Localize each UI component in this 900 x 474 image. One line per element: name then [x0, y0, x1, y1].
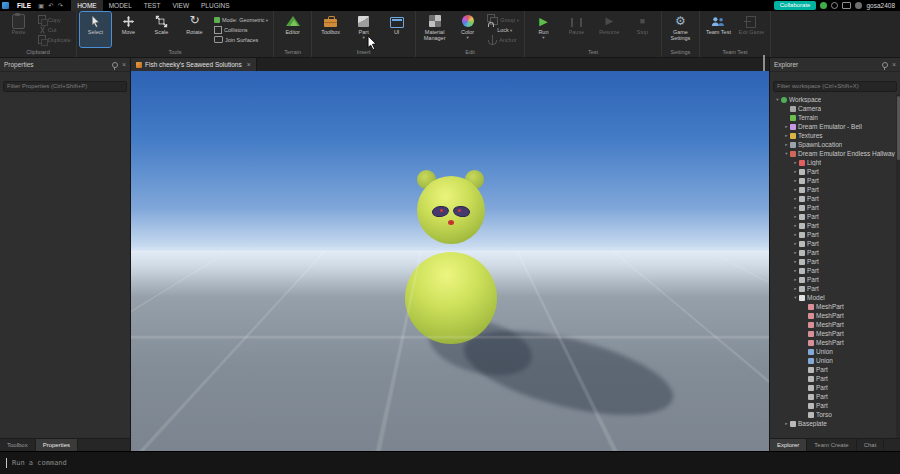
expand-arrow-icon[interactable]: ▸: [792, 241, 799, 246]
game-settings-button[interactable]: ⚙ Game Settings: [665, 12, 696, 47]
ribbon-tab[interactable]: PLUGINS: [195, 0, 236, 11]
move-tool-button[interactable]: Move: [113, 12, 144, 47]
expand-arrow-icon[interactable]: ▾: [774, 97, 781, 102]
duplicate-button[interactable]: Duplicate: [36, 35, 73, 44]
panel-tab[interactable]: Toolbox: [0, 439, 36, 451]
explorer-item[interactable]: ▸ Textures: [770, 131, 896, 140]
collaborate-button[interactable]: Collaborate: [774, 1, 817, 10]
expand-arrow-icon[interactable]: ▸: [792, 169, 799, 174]
explorer-item[interactable]: MeshPart: [770, 302, 896, 311]
explorer-item[interactable]: ▸ Part: [770, 203, 896, 212]
explorer-item[interactable]: ▸ Part: [770, 230, 896, 239]
team-test-button[interactable]: Team Test: [703, 12, 734, 47]
user-avatar[interactable]: [855, 2, 862, 9]
explorer-item[interactable]: Terrain: [770, 113, 896, 122]
explorer-item[interactable]: ▾ Dream Emulator Endless Hallway: [770, 149, 896, 158]
lock-button[interactable]: Lock: [485, 25, 521, 34]
explorer-item[interactable]: MeshPart: [770, 338, 896, 347]
explorer-item[interactable]: ▾ Model: [770, 293, 896, 302]
panel-tab[interactable]: Chat: [857, 439, 885, 451]
expand-arrow-icon[interactable]: ▸: [792, 232, 799, 237]
character-model[interactable]: [405, 170, 497, 346]
expand-arrow-icon[interactable]: ▸: [783, 124, 790, 129]
undo-icon[interactable]: ↶: [46, 0, 55, 11]
expand-arrow-icon[interactable]: ▾: [792, 295, 799, 300]
expand-arrow-icon[interactable]: ▸: [792, 214, 799, 219]
scale-tool-button[interactable]: Scale: [146, 12, 177, 47]
rotate-tool-button[interactable]: ↻ Rotate: [179, 12, 210, 47]
cut-button[interactable]: Cut: [36, 25, 73, 34]
resume-button[interactable]: ▶ Resume: [594, 12, 625, 47]
explorer-item[interactable]: ▸ Part: [770, 248, 896, 257]
explorer-scrollbar[interactable]: [896, 94, 900, 438]
explorer-item[interactable]: Torso: [770, 410, 896, 419]
explorer-item[interactable]: Part: [770, 401, 896, 410]
ribbon-tab[interactable]: VIEW: [166, 0, 195, 11]
explorer-item[interactable]: MeshPart: [770, 320, 896, 329]
expand-arrow-icon[interactable]: ▸: [792, 196, 799, 201]
explorer-item[interactable]: ▸ Part: [770, 221, 896, 230]
expand-arrow-icon[interactable]: ▸: [792, 250, 799, 255]
pin-icon[interactable]: [882, 62, 888, 68]
mode-dropdown[interactable]: Mode: Geometric: [212, 15, 270, 24]
explorer-item[interactable]: ▸ Part: [770, 176, 896, 185]
explorer-filter-input[interactable]: [773, 81, 897, 92]
explorer-item[interactable]: ▸ Part: [770, 266, 896, 275]
expand-arrow-icon[interactable]: ▸: [792, 277, 799, 282]
select-tool-button[interactable]: Select: [80, 12, 111, 47]
scrollbar-thumb[interactable]: [897, 96, 900, 160]
explorer-item[interactable]: ▸ Part: [770, 194, 896, 203]
explorer-item[interactable]: ▸ Dream Emulator - Bell: [770, 122, 896, 131]
ribbon-tab[interactable]: TEST: [138, 0, 167, 11]
chat-bubble-icon[interactable]: [842, 2, 851, 9]
run-button[interactable]: ▶ Run: [528, 12, 559, 47]
expand-arrow-icon[interactable]: ▸: [783, 142, 790, 147]
explorer-item[interactable]: Part: [770, 374, 896, 383]
explorer-item[interactable]: ▸ Part: [770, 239, 896, 248]
material-manager-button[interactable]: Material Manager: [419, 12, 450, 47]
explorer-item[interactable]: ▸ Baseplate: [770, 419, 896, 428]
expand-arrow-icon[interactable]: ▸: [792, 268, 799, 273]
file-menu-button[interactable]: FILE: [12, 0, 36, 11]
expand-arrow-icon[interactable]: ▸: [792, 187, 799, 192]
expand-arrow-icon[interactable]: ▸: [792, 205, 799, 210]
expand-arrow-icon[interactable]: ▸: [792, 286, 799, 291]
expand-arrow-icon[interactable]: ▸: [783, 133, 790, 138]
explorer-item[interactable]: ▸ SpawnLocation: [770, 140, 896, 149]
explorer-item[interactable]: ▸ Part: [770, 275, 896, 284]
close-icon[interactable]: ×: [892, 61, 896, 68]
explorer-item[interactable]: MeshPart: [770, 329, 896, 338]
expand-arrow-icon[interactable]: ▸: [792, 178, 799, 183]
explorer-item[interactable]: ▾ Workspace: [770, 95, 896, 104]
explorer-item[interactable]: Part: [770, 392, 896, 401]
panel-tab[interactable]: Team Create: [807, 439, 856, 451]
explorer-item[interactable]: ▸ Part: [770, 284, 896, 293]
ribbon-tab[interactable]: HOME: [71, 0, 103, 11]
redo-icon[interactable]: ↷: [56, 0, 65, 11]
explorer-item[interactable]: ▸ Light: [770, 158, 896, 167]
explorer-item[interactable]: MeshPart: [770, 311, 896, 320]
panel-tab[interactable]: Explorer: [770, 439, 807, 451]
collisions-toggle[interactable]: Collisions: [212, 25, 270, 34]
explorer-item[interactable]: ▸ Part: [770, 185, 896, 194]
viewport-tab[interactable]: Fish cheeky's Seaweed Solutions ×: [131, 58, 257, 71]
panel-tab[interactable]: Properties: [36, 439, 78, 451]
explorer-item[interactable]: Part: [770, 383, 896, 392]
ribbon-tab[interactable]: MODEL: [103, 0, 138, 11]
copy-button[interactable]: Copy: [36, 15, 73, 24]
color-button[interactable]: Color: [452, 12, 483, 47]
explorer-item[interactable]: Camera: [770, 104, 896, 113]
properties-filter-input[interactable]: [3, 81, 127, 92]
expand-arrow-icon[interactable]: ▸: [792, 259, 799, 264]
expand-arrow-icon[interactable]: ▸: [792, 160, 799, 165]
explorer-item[interactable]: ▸ Part: [770, 212, 896, 221]
toolbox-button[interactable]: Toolbox: [315, 12, 346, 47]
paste-button[interactable]: Paste: [3, 12, 34, 47]
explorer-item[interactable]: Part: [770, 365, 896, 374]
ui-button[interactable]: UI: [381, 12, 412, 47]
expand-arrow-icon[interactable]: ▸: [792, 223, 799, 228]
explorer-item[interactable]: ▸ Part: [770, 257, 896, 266]
expand-arrow-icon[interactable]: ▸: [783, 421, 790, 426]
tab-close-icon[interactable]: ×: [247, 61, 251, 68]
save-icon[interactable]: ▣: [36, 0, 46, 11]
